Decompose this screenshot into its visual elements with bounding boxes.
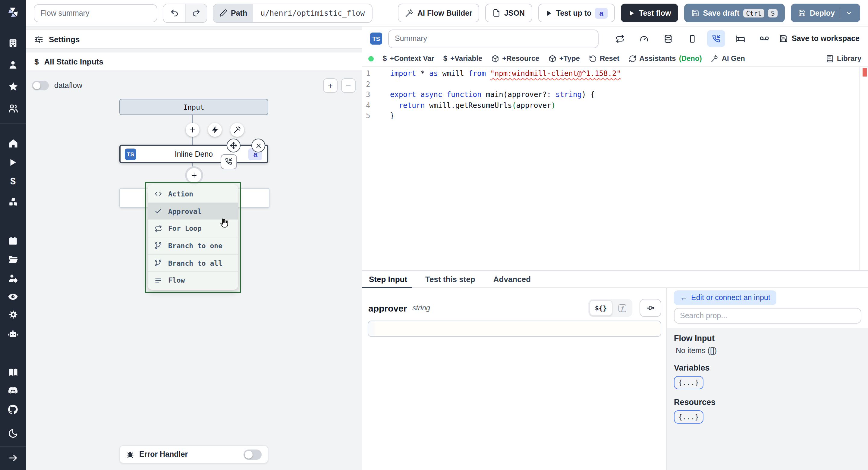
discord-icon[interactable] — [0, 385, 26, 397]
eye-icon[interactable] — [0, 291, 26, 303]
kbd-ctrl: Ctrl — [743, 9, 764, 17]
delete-node-button[interactable] — [251, 138, 265, 152]
save-draft-button[interactable]: Save draft Ctrl S — [684, 4, 785, 22]
move-node-handle[interactable] — [227, 138, 241, 152]
suspend-approval-badge[interactable] — [221, 154, 237, 169]
boxes-icon[interactable] — [0, 196, 26, 207]
all-static-inputs-row[interactable]: $ All Static Inputs — [26, 52, 362, 71]
flow-settings-row[interactable]: Settings — [26, 30, 362, 49]
edit-or-connect-button[interactable]: ← Edit or connect an input — [674, 290, 776, 305]
user-cog-icon[interactable] — [0, 273, 26, 284]
tab-step-input[interactable]: Step Input — [368, 271, 408, 287]
variables-expand-button[interactable]: {...} — [674, 376, 703, 389]
flow-input-node[interactable]: Input — [119, 99, 268, 115]
typescript-badge: TS — [125, 148, 136, 160]
test-up-to-button[interactable]: Test up to a — [538, 4, 615, 22]
error-handler-row[interactable]: Error Handler — [119, 445, 268, 463]
step-input-section: approver string ${} ƒ — [362, 288, 666, 470]
menu-item-for-loop[interactable]: For Loop — [148, 220, 238, 238]
settings-gear-icon[interactable] — [0, 309, 26, 320]
rotate-ccw-icon — [589, 55, 597, 62]
save-icon — [691, 9, 699, 17]
insert-step-below-button[interactable] — [185, 166, 203, 184]
calendar-icon[interactable] — [0, 236, 26, 246]
reset-button[interactable]: Reset — [589, 54, 619, 63]
users-icon[interactable] — [0, 103, 26, 114]
redo-button[interactable] — [185, 4, 207, 22]
play-icon[interactable] — [0, 157, 26, 167]
add-type-button[interactable]: +Type — [549, 54, 580, 63]
typescript-badge: TS — [370, 33, 382, 44]
add-variable-button[interactable]: $ +Variable — [443, 54, 482, 63]
dataflow-toggle[interactable] — [32, 81, 49, 90]
resources-expand-button[interactable]: {...} — [674, 410, 703, 424]
step-node-inline-deno[interactable]: TS Inline Deno a — [119, 145, 268, 163]
deploy-button[interactable]: Deploy — [791, 4, 860, 22]
json-button[interactable]: JSON — [486, 4, 532, 22]
save-icon — [798, 9, 806, 17]
cache-database-icon[interactable] — [659, 30, 677, 47]
field-row: approver string ${} ƒ — [368, 299, 661, 317]
book-open-icon[interactable] — [0, 367, 26, 378]
bot-icon[interactable] — [0, 328, 26, 340]
insert-step-button[interactable] — [186, 123, 199, 137]
sleep-bed-icon[interactable] — [732, 30, 749, 47]
add-context-var-button[interactable]: $ +Context Var — [383, 54, 434, 63]
flow-input-heading: Flow Input — [674, 334, 861, 343]
github-icon[interactable] — [0, 404, 26, 415]
user-icon[interactable] — [0, 60, 26, 70]
editor-toolbar: $ +Context Var $ +Variable +Resource +Ty… — [362, 51, 868, 67]
moon-icon[interactable] — [0, 428, 26, 439]
git-branch-icon — [154, 259, 163, 267]
topbar: Path u/henri/optimistic_flow AI Flow Bui… — [26, 0, 868, 27]
ai-wand-button[interactable] — [230, 123, 244, 137]
book-icon — [826, 55, 834, 62]
tab-advanced[interactable]: Advanced — [492, 271, 532, 287]
code-editor[interactable]: 12345 import * as wmill from "npm:windmi… — [362, 67, 868, 270]
library-button[interactable]: Library — [826, 54, 861, 63]
tab-test-this-step[interactable]: Test this step — [424, 271, 476, 287]
retries-icon[interactable] — [611, 30, 629, 47]
menu-item-branch-to-all[interactable]: Branch to all — [148, 255, 238, 272]
assistants-button[interactable]: Assistants (Deno) — [628, 54, 702, 63]
arrow-right-icon[interactable] — [0, 452, 26, 463]
assistants-lang-label: (Deno) — [679, 54, 702, 63]
field-value-input[interactable] — [368, 320, 661, 337]
path-button[interactable]: Path — [213, 4, 253, 22]
dollar-icon[interactable]: $ — [0, 176, 26, 187]
suspend-approval-icon[interactable] — [707, 30, 725, 47]
trigger-zap-button[interactable] — [208, 123, 222, 137]
menu-item-approval[interactable]: Approval — [148, 203, 238, 220]
minimap-divider — [859, 67, 860, 270]
save-to-workspace-button[interactable]: Save to workspace — [780, 34, 860, 43]
test-flow-button[interactable]: Test flow — [621, 4, 678, 22]
ai-flow-builder-button[interactable]: AI Flow Builder — [398, 4, 479, 22]
home-icon[interactable] — [0, 138, 26, 149]
expr-mode-button[interactable]: ƒ — [613, 301, 631, 315]
menu-item-action[interactable]: Action — [148, 186, 238, 203]
timeout-square-icon[interactable] — [683, 30, 701, 47]
ai-gen-button[interactable]: AI Gen — [711, 54, 745, 63]
error-handler-toggle[interactable] — [244, 449, 261, 460]
json-mode-button[interactable]: ${} — [590, 300, 613, 316]
menu-item-branch-to-one[interactable]: Branch to one — [148, 238, 238, 255]
save-icon — [780, 34, 788, 43]
prop-search-input[interactable] — [674, 308, 861, 323]
voicemail-icon[interactable] — [755, 30, 774, 47]
connect-input-button[interactable] — [640, 299, 661, 317]
zoom-in-button[interactable]: + — [323, 78, 338, 93]
bug-icon — [126, 450, 134, 459]
undo-button[interactable] — [163, 4, 185, 22]
building-icon[interactable] — [0, 38, 26, 48]
flow-graph-panel: Settings $ All Static Inputs dataflow + … — [26, 27, 362, 470]
zoom-out-button[interactable]: − — [341, 78, 355, 93]
concurrency-gauge-icon[interactable] — [635, 30, 653, 47]
chevron-down-icon[interactable] — [845, 9, 853, 17]
menu-item-flow[interactable]: Flow — [148, 272, 238, 289]
folder-open-icon[interactable] — [0, 254, 26, 265]
summary-input[interactable] — [388, 29, 599, 48]
flow-summary-input[interactable] — [34, 4, 157, 22]
windmill-logo[interactable] — [0, 6, 26, 19]
star-icon[interactable] — [0, 81, 26, 92]
add-resource-button[interactable]: +Resource — [491, 54, 539, 63]
